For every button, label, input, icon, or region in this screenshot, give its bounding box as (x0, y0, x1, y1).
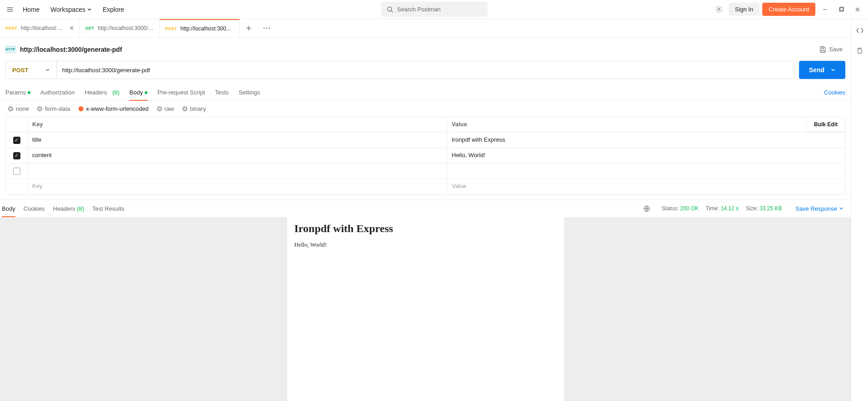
checkbox[interactable] (13, 168, 20, 175)
kv-value[interactable]: Ironpdf with Express (447, 133, 845, 148)
response-section: Body Cookies Headers (8) Test Results St… (0, 199, 851, 401)
tab-method: POST (165, 26, 177, 31)
send-label: Send (809, 66, 824, 74)
dot-icon (145, 91, 147, 94)
kv-key-placeholder[interactable]: Key (28, 179, 447, 194)
url-row: POST Send (0, 61, 851, 84)
request-tab-2[interactable]: POST http://localhost:3000/ge (160, 19, 240, 37)
request-tab-0[interactable]: POST http://localhost:3000 ✕ (0, 19, 80, 37)
svg-point-1 (718, 8, 720, 10)
response-tabs: Body Cookies Headers (8) Test Results St… (0, 200, 851, 217)
kv-header-key: Key (28, 117, 447, 132)
search-input[interactable]: Search Postman (381, 2, 487, 17)
copy-icon[interactable] (853, 44, 867, 57)
kv-value[interactable]: Hello, World! (447, 148, 845, 163)
cookies-link[interactable]: Cookies (824, 89, 845, 96)
response-tab-testresults[interactable]: Test Results (92, 200, 124, 217)
checkbox[interactable]: ✓ (13, 152, 20, 159)
http-badge-icon: HTTP (5, 46, 15, 53)
window-maximize-icon[interactable] (834, 3, 848, 16)
subtab-authorization[interactable]: Authorization (40, 84, 75, 100)
nav-home[interactable]: Home (18, 3, 44, 16)
search-icon (386, 6, 393, 13)
window-minimize-icon[interactable] (818, 3, 832, 16)
response-tab-cookies[interactable]: Cookies (24, 200, 45, 217)
bulk-edit-button[interactable]: Bulk Edit (806, 117, 845, 132)
save-button[interactable]: Save (817, 44, 845, 54)
request-title-row: HTTP http://localhost:3000/generate-pdf … (0, 38, 851, 61)
radio-xwww[interactable]: x-www-form-urlencoded (78, 105, 149, 112)
kv-row[interactable]: ✓ title Ironpdf with Express (6, 133, 845, 148)
response-viewport[interactable]: Ironpdf with Express Hello, World! (0, 217, 851, 401)
tab-title: http://localhost:3000/dow (98, 25, 154, 31)
subtab-tests[interactable]: Tests (215, 84, 229, 100)
radio-none[interactable]: none (8, 105, 29, 112)
tab-title: http://localhost:3000/ge (181, 25, 234, 32)
sign-in-button[interactable]: Sign In (729, 3, 760, 16)
tab-method: POST (5, 26, 17, 30)
right-rail (851, 19, 868, 401)
send-button[interactable]: Send (799, 61, 845, 79)
tab-title: http://localhost:3000 (21, 25, 66, 31)
kv-header-row: Key Value (6, 117, 845, 133)
radio-raw[interactable]: raw (157, 105, 174, 112)
subtab-headers[interactable]: Headers (8) (85, 84, 120, 100)
subtab-settings[interactable]: Settings (239, 84, 260, 100)
kv-key[interactable]: title (28, 133, 447, 148)
chevron-down-icon (831, 68, 835, 72)
request-tabs-bar: POST http://localhost:3000 ✕ GET http://… (0, 19, 851, 38)
kv-row[interactable]: ✓ content Hello, World! (6, 148, 845, 163)
radio-formdata[interactable]: form-data (37, 105, 70, 112)
kv-value-placeholder[interactable]: Value (447, 179, 845, 194)
time-value: 14.12 s (721, 205, 738, 212)
close-icon[interactable]: ✕ (69, 25, 74, 31)
chevron-down-icon (45, 68, 50, 72)
dot-icon (28, 91, 30, 94)
kv-header-value: Value (447, 117, 845, 132)
hamburger-icon[interactable] (4, 3, 16, 16)
kv-row[interactable] (6, 163, 845, 179)
chevron-down-icon (839, 206, 843, 211)
create-account-button[interactable]: Create Account (762, 3, 815, 16)
top-bar: Home Workspaces Explore Search Postman S… (0, 0, 868, 19)
code-icon[interactable] (853, 24, 867, 37)
checkbox[interactable]: ✓ (13, 137, 20, 144)
response-tab-headers[interactable]: Headers (8) (53, 200, 84, 217)
nav-workspaces-label: Workspaces (50, 6, 85, 13)
request-tab-1[interactable]: GET http://localhost:3000/dow (80, 19, 160, 37)
subtab-body[interactable]: Body (129, 84, 147, 100)
kv-row-new[interactable]: Key Value (6, 179, 845, 194)
save-label: Save (829, 46, 843, 53)
globe-icon[interactable] (640, 202, 653, 215)
svg-point-0 (387, 7, 392, 11)
window-close-icon[interactable] (851, 3, 864, 16)
nav-workspaces[interactable]: Workspaces (46, 3, 96, 16)
method-selector[interactable]: POST (6, 61, 57, 79)
subtab-params[interactable]: Params (5, 84, 30, 100)
kv-value[interactable] (447, 163, 845, 178)
status-value: 200 OK (680, 205, 699, 212)
nav-explore[interactable]: Explore (98, 3, 128, 16)
body-kv-table: Key Value ✓ title Ironpdf with Express ✓… (0, 117, 851, 195)
size-value: 33.25 KB (760, 205, 782, 212)
svg-point-6 (269, 28, 270, 29)
new-tab-button[interactable] (240, 25, 258, 31)
url-box: POST (5, 61, 794, 79)
request-subtabs: Params Authorization Headers (8) Body Pr… (0, 84, 851, 101)
kv-key[interactable] (28, 163, 447, 178)
tab-overflow-icon[interactable] (258, 27, 276, 29)
chevron-down-icon (87, 7, 92, 12)
save-response-button[interactable]: Save Response (790, 205, 849, 212)
settings-icon[interactable] (712, 3, 726, 16)
method-label: POST (12, 67, 28, 74)
svg-point-5 (266, 28, 268, 29)
body-type-radios: none form-data x-www-form-urlencoded raw… (0, 101, 851, 117)
radio-binary[interactable]: binary (182, 105, 206, 112)
url-input[interactable] (57, 61, 794, 79)
response-tab-body[interactable]: Body (2, 200, 15, 217)
request-title: http://localhost:3000/generate-pdf (20, 46, 122, 53)
save-icon (819, 46, 826, 53)
response-heading: Ironpdf with Express (294, 223, 557, 235)
subtab-prerequest[interactable]: Pre-request Script (157, 84, 205, 100)
kv-key[interactable]: content (28, 148, 447, 163)
